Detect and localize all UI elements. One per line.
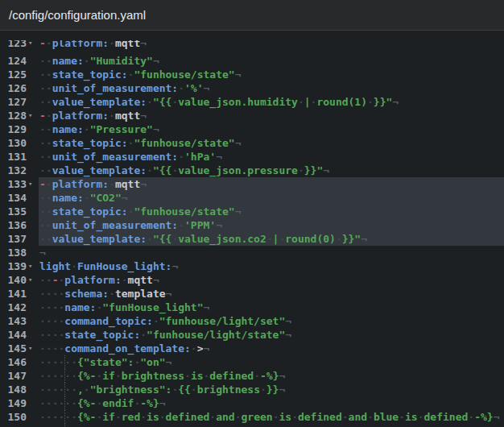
code-line[interactable]: 126··unit_of_measurement:·'%'¬ bbox=[0, 81, 504, 95]
gutter-cell[interactable]: 132 bbox=[0, 164, 39, 177]
code-line[interactable]: 145▾····command_on_template:·>¬ bbox=[0, 342, 504, 355]
code-line-content[interactable]: ····state_topic:·"funhouse/light/state"¬ bbox=[39, 328, 504, 342]
code-line-content[interactable]: ······,·"brightness":·{{·brightness·}}¬ bbox=[39, 383, 504, 396]
code-line-content[interactable]: -·platform:·mqtt¬ bbox=[39, 109, 504, 122]
gutter-cell[interactable]: 139▾ bbox=[0, 259, 39, 273]
code-line[interactable]: 143····command_topic:·"funhouse/light/se… bbox=[0, 314, 504, 328]
code-line[interactable]: 150······{%-·if·red·is·defined·and·green… bbox=[0, 410, 504, 424]
gutter-cell[interactable]: 133▾ bbox=[0, 177, 39, 191]
code-line[interactable]: 141····schema:·template¬ bbox=[0, 287, 504, 301]
code-editor[interactable]: 123▾-·platform:·mqtt¬124··name:·"Humidit… bbox=[0, 31, 504, 426]
line-number[interactable]: 137 bbox=[8, 232, 27, 246]
line-number[interactable]: 145 bbox=[8, 342, 27, 355]
gutter-cell[interactable]: 131 bbox=[0, 150, 39, 164]
code-line[interactable]: 139▾light·FunHouse_light:¬ bbox=[0, 259, 504, 273]
gutter-cell[interactable]: 130 bbox=[0, 136, 39, 150]
gutter-cell[interactable]: 150 bbox=[0, 410, 39, 424]
code-line[interactable]: 123▾-·platform:·mqtt¬ bbox=[0, 40, 504, 54]
gutter-cell[interactable]: 149 bbox=[0, 396, 39, 410]
line-number[interactable]: 127 bbox=[8, 95, 27, 109]
code-line[interactable]: 147······{%-·if·brightness·is·defined·-%… bbox=[0, 369, 504, 383]
line-number[interactable]: 126 bbox=[8, 81, 27, 95]
line-number[interactable]: 139 bbox=[8, 259, 27, 273]
gutter-cell[interactable]: 125 bbox=[0, 68, 39, 81]
line-number[interactable]: 151 bbox=[8, 424, 27, 426]
code-line-content[interactable]: ······{"state":·"on"¬ bbox=[39, 355, 504, 369]
line-number[interactable]: 129 bbox=[8, 122, 27, 136]
code-line[interactable]: 137··value_template:·"{{·value_json.co2·… bbox=[0, 232, 504, 246]
gutter-cell[interactable]: 141 bbox=[0, 287, 39, 301]
gutter-cell[interactable]: 137 bbox=[0, 232, 39, 246]
line-number[interactable]: 130 bbox=[8, 136, 27, 150]
code-line-content[interactable]: ··name:·"Humidity"¬ bbox=[39, 54, 504, 68]
code-line[interactable]: 142····name:·"funHouse_light"¬ bbox=[0, 301, 504, 314]
code-line-content[interactable]: ··state_topic:·"funhouse/state"¬ bbox=[39, 68, 504, 81]
code-line-content[interactable]: ··state_topic:·"funhouse/state"¬ bbox=[39, 136, 504, 150]
gutter-cell[interactable]: 123▾ bbox=[0, 40, 39, 50]
code-line[interactable]: 138¬ bbox=[0, 246, 504, 259]
line-number[interactable]: 142 bbox=[8, 301, 27, 314]
gutter-cell[interactable]: 128▾ bbox=[0, 109, 39, 122]
code-line[interactable]: 151······,·"color":·[{{·red·}},·{{·green… bbox=[0, 424, 504, 426]
line-number[interactable]: 136 bbox=[8, 218, 27, 232]
fold-arrow-icon[interactable]: ▾ bbox=[28, 342, 32, 355]
line-number[interactable]: 141 bbox=[8, 287, 27, 301]
gutter-cell[interactable]: 142 bbox=[0, 301, 39, 314]
code-line[interactable]: 146······{"state":·"on"¬ bbox=[0, 355, 504, 369]
code-line[interactable]: 144····state_topic:·"funhouse/light/stat… bbox=[0, 328, 504, 342]
line-number[interactable]: 128 bbox=[8, 109, 27, 122]
code-line[interactable]: 149······{%-·endif·-%}¬ bbox=[0, 396, 504, 410]
code-line-content[interactable]: ··unit_of_measurement:·'%'¬ bbox=[39, 81, 504, 95]
line-number[interactable]: 131 bbox=[8, 150, 27, 164]
line-number[interactable]: 148 bbox=[8, 383, 27, 396]
line-number[interactable]: 133 bbox=[8, 177, 27, 191]
code-line-content[interactable]: ····command_topic:·"funhouse/light/set"¬ bbox=[39, 314, 504, 328]
gutter-cell[interactable]: 129 bbox=[0, 122, 39, 136]
code-line[interactable]: 127··value_template:·"{{·value_json.humi… bbox=[0, 95, 504, 109]
line-number[interactable]: 143 bbox=[8, 314, 27, 328]
code-line[interactable]: 132··value_template:·"{{·value_json.pres… bbox=[0, 164, 504, 177]
code-line[interactable]: 129··name:·"Pressure"¬ bbox=[0, 122, 504, 136]
code-line-content[interactable]: ··unit_of_measurement:·'hPa'¬ bbox=[39, 150, 504, 164]
gutter-cell[interactable]: 134 bbox=[0, 191, 39, 205]
line-number[interactable]: 147 bbox=[8, 369, 27, 383]
line-number[interactable]: 149 bbox=[8, 396, 27, 410]
fold-arrow-icon[interactable]: ▾ bbox=[28, 273, 32, 287]
code-line-content[interactable]: ····name:·"funHouse_light"¬ bbox=[39, 301, 504, 314]
code-line[interactable]: 124··name:·"Humidity"¬ bbox=[0, 54, 504, 68]
line-number[interactable]: 123 bbox=[8, 40, 27, 50]
code-line[interactable]: 134··name:·"CO2"¬ bbox=[0, 191, 504, 205]
code-line-content[interactable]: ····schema:·template¬ bbox=[39, 287, 504, 301]
line-number[interactable]: 138 bbox=[8, 246, 27, 259]
code-line-content[interactable]: -·platform:·mqtt¬ bbox=[39, 177, 504, 191]
code-line[interactable]: 148······,·"brightness":·{{·brightness·}… bbox=[0, 383, 504, 396]
code-line-content[interactable]: ······{%-·endif·-%}¬ bbox=[39, 396, 504, 410]
gutter-cell[interactable]: 151 bbox=[0, 424, 39, 426]
fold-arrow-icon[interactable]: ▾ bbox=[28, 177, 32, 191]
gutter-cell[interactable]: 147 bbox=[0, 369, 39, 383]
line-number[interactable]: 124 bbox=[8, 54, 27, 68]
fold-arrow-icon[interactable]: ▾ bbox=[28, 109, 32, 122]
gutter-cell[interactable]: 145▾ bbox=[0, 342, 39, 355]
code-line-content[interactable]: light·FunHouse_light:¬ bbox=[39, 259, 504, 273]
code-line-content[interactable]: ··state_topic:·"funhouse/state"¬ bbox=[39, 205, 504, 218]
gutter-cell[interactable]: 126 bbox=[0, 81, 39, 95]
code-line-content[interactable]: ····command_on_template:·>¬ bbox=[39, 342, 504, 355]
code-line-content[interactable]: ··value_template:·"{{·value_json.co2·|·r… bbox=[39, 232, 504, 246]
gutter-cell[interactable]: 140▾ bbox=[0, 273, 39, 287]
line-number[interactable]: 140 bbox=[8, 273, 27, 287]
gutter-cell[interactable]: 144 bbox=[0, 328, 39, 342]
code-line-content[interactable]: ··value_template:·"{{·value_json.pressur… bbox=[39, 164, 504, 177]
gutter-cell[interactable]: 138 bbox=[0, 246, 39, 259]
code-line[interactable]: 125··state_topic:·"funhouse/state"¬ bbox=[0, 68, 504, 81]
line-number[interactable]: 125 bbox=[8, 68, 27, 81]
code-line-content[interactable]: ··name:·"CO2"¬ bbox=[39, 191, 504, 205]
line-number[interactable]: 134 bbox=[8, 191, 27, 205]
line-number[interactable]: 132 bbox=[8, 164, 27, 177]
code-line-content[interactable]: ······,·"color":·[{{·red·}},·{{·green·}}… bbox=[39, 424, 504, 426]
code-line[interactable]: 140▾··-·platform:·mqtt¬ bbox=[0, 273, 504, 287]
gutter-cell[interactable]: 136 bbox=[0, 218, 39, 232]
gutter-cell[interactable]: 124 bbox=[0, 54, 39, 68]
fold-arrow-icon[interactable]: ▾ bbox=[28, 40, 32, 50]
code-line-content[interactable]: -·platform:·mqtt¬ bbox=[39, 40, 504, 50]
